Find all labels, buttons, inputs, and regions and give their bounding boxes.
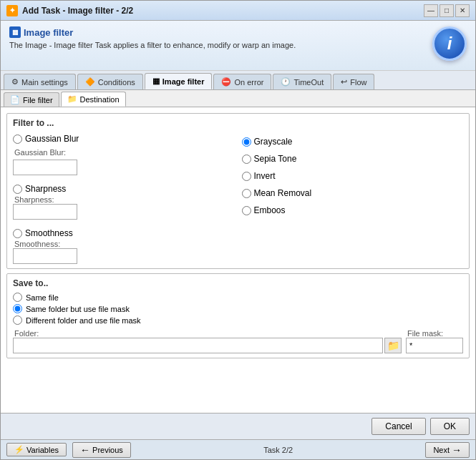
gaussian-blur-radio[interactable] [13,134,22,144]
emboss-label[interactable]: Emboos [254,205,286,215]
same-folder-label: Same folder but use file mask [26,305,130,313]
status-bar: ⚡ Variables ← Previous Task 2/2 Next → [1,439,475,459]
smoothness-radio[interactable] [13,229,22,238]
mean-removal-radio[interactable] [242,189,251,198]
minimize-button[interactable]: — [424,4,438,17]
previous-label: Previous [92,446,123,454]
timeout-icon: 🕐 [281,77,291,87]
gaussian-blur-label[interactable]: Gaussian Blur [25,134,79,144]
tab-image-filter[interactable]: ▦ Image filter [145,73,213,89]
window-title: Add Task - Image filter - 2/2 [22,6,133,16]
folder-row: Folder: 📁 File mask: [13,328,463,353]
gaussian-blur-input[interactable] [13,160,77,175]
header-area: ▦ Image filter The Image - Image filter … [1,21,475,71]
app-icon: ✦ [6,5,18,16]
maximize-button[interactable]: □ [439,4,454,17]
info-icon-circle: i [432,26,467,61]
tab-main-settings[interactable]: ⚙ Main settings [4,74,76,89]
next-button[interactable]: Next → [425,442,470,458]
invert-label[interactable]: Invert [254,171,276,181]
same-folder-radio[interactable] [13,304,22,313]
main-window: ✦ Add Task - Image filter - 2/2 — □ ✕ ▦ … [0,0,476,460]
title-bar: ✦ Add Task - Image filter - 2/2 — □ ✕ [1,1,475,21]
folder-input-row: 📁 [13,338,402,353]
tab-flow[interactable]: ↩ Flow [333,74,374,89]
header-title-text: Image filter [24,27,73,38]
sharpness-group: Sharpness Sharpness: [13,182,235,220]
gear-icon: ⚙ [11,77,19,87]
flow-icon: ↩ [341,77,347,87]
browse-button[interactable]: 📁 [384,338,402,353]
sub-tab-file-filter[interactable]: 📄 File filter [4,92,59,107]
filemask-input[interactable] [406,338,463,353]
left-arrow-icon: ← [80,444,90,456]
tab-on-error-label: On error [234,78,263,87]
diff-folder-label: Different folder and use file mask [26,316,141,325]
bottom-bar: Cancel OK [1,413,475,439]
tab-conditions[interactable]: 🔶 Conditions [77,74,143,89]
filter-group: Filter to ... Gaussian Blur Gaussian Blu… [6,113,470,269]
tab-timeout[interactable]: 🕐 TimeOut [273,74,331,89]
grayscale-radio-group: Grayscale [242,137,464,147]
mean-removal-label[interactable]: Mean Removal [254,188,312,198]
invert-radio[interactable] [242,172,251,181]
smoothness-label[interactable]: Smoothness [25,228,73,238]
diff-folder-radio[interactable] [13,315,22,325]
save-section-label: Save to.. [13,278,463,288]
same-file-option[interactable]: Same file [13,293,463,302]
tab-main-settings-label: Main settings [21,78,68,87]
tab-flow-label: Flow [350,78,366,87]
header-description: The Image - Image filter Task applies a … [9,41,432,49]
variables-button[interactable]: ⚡ Variables [6,443,67,456]
header-left: ▦ Image filter The Image - Image filter … [9,26,432,49]
error-icon: ⛔ [221,77,231,87]
sharpness-radio[interactable] [13,185,22,194]
cancel-button[interactable]: Cancel [371,418,425,435]
file-icon: 📄 [10,95,20,104]
diff-folder-option[interactable]: Different folder and use file mask [13,315,463,325]
sharpness-radio-group: Sharpness [13,184,235,194]
sharpness-input[interactable] [13,204,77,220]
conditions-icon: 🔶 [85,77,95,87]
gaussian-blur-radio-group: Gaussian Blur [13,134,235,144]
tab-on-error[interactable]: ⛔ On error [213,74,271,89]
tab-image-filter-label: Image filter [162,77,205,86]
sub-tab-destination[interactable]: 📁 Destination [61,92,126,107]
sub-tab-destination-label: Destination [80,95,120,104]
save-group: Save to.. Same file Same folder but use … [6,273,470,358]
same-folder-option[interactable]: Same folder but use file mask [13,304,463,313]
invert-radio-group: Invert [242,171,464,181]
smoothness-input[interactable] [13,248,77,264]
grayscale-radio[interactable] [242,137,251,147]
filemask-label: File mask: [407,329,463,338]
sub-tabs-row: 📄 File filter 📁 Destination [1,90,475,107]
folder-label: Folder: [14,329,402,338]
task-label: Task 2/2 [137,446,420,454]
filter-left: Gaussian Blur Gaussian Blur: Sharpness S… [13,132,235,264]
title-controls: — □ ✕ [424,4,470,17]
header-title: ▦ Image filter [9,26,432,38]
sepia-tone-radio[interactable] [242,155,251,164]
emboss-radio[interactable] [242,206,251,215]
image-filter-icon: ▦ [152,77,160,86]
gaussian-blur-field-label: Gaussian Blur: [14,148,235,157]
sharpness-field-label: Sharpness: [14,195,235,204]
title-bar-left: ✦ Add Task - Image filter - 2/2 [6,5,133,16]
same-file-radio[interactable] [13,293,22,302]
header-title-icon: ▦ [9,26,21,38]
smoothness-radio-group: Smoothness [13,228,235,238]
sepia-tone-label[interactable]: Sepia Tone [254,154,297,164]
filter-section-label: Filter to ... [13,118,463,128]
variables-icon: ⚡ [14,445,24,454]
sharpness-label[interactable]: Sharpness [25,184,66,194]
smoothness-group: Smoothness Smoothness: [13,227,235,264]
ok-button[interactable]: OK [430,418,470,435]
right-arrow-icon: → [452,444,462,456]
mean-removal-radio-group: Mean Removal [242,188,464,198]
info-letter: i [447,34,452,54]
grayscale-label[interactable]: Grayscale [254,137,293,147]
folder-input[interactable] [13,338,383,353]
close-button[interactable]: ✕ [455,4,470,17]
sub-tab-file-filter-label: File filter [23,96,53,104]
previous-button[interactable]: ← Previous [72,442,131,458]
